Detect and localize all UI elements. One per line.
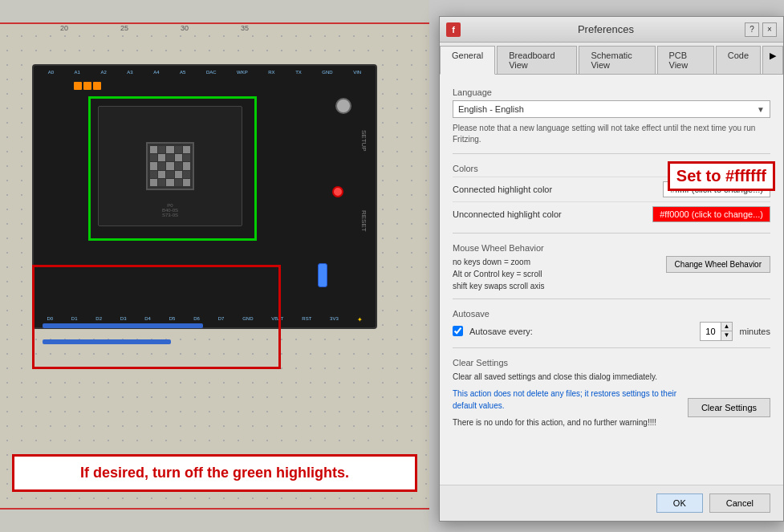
spinner-arrows: ▲ ▼ — [721, 323, 733, 340]
dialog-titlebar: f Preferences ? × — [440, 17, 783, 43]
clear-settings-texts: This action does not delete any files; i… — [453, 388, 680, 428]
wheel-section: no keys down = zoom Alt or Control key =… — [453, 256, 770, 292]
main-container: 20 25 30 35 A0 A1 A2 A3 A4 A5 DAC WKP RX… — [0, 0, 784, 532]
clear-settings-label: Clear Settings — [453, 358, 770, 368]
divider-1 — [453, 153, 770, 154]
divider-2 — [453, 233, 770, 234]
close-button[interactable]: × — [762, 22, 777, 37]
dropdown-arrow-icon: ▼ — [757, 105, 765, 114]
connected-color-label: Connected highlight color — [453, 185, 663, 194]
autosave-checkbox[interactable] — [453, 326, 463, 336]
green-chip-highlight — [88, 96, 257, 241]
cancel-button[interactable]: Cancel — [709, 493, 770, 513]
tab-schematic[interactable]: Schematic View — [579, 46, 655, 74]
minutes-label: minutes — [739, 327, 770, 336]
tabs-row: General Breadboard View Schematic View P… — [440, 43, 783, 75]
ok-button[interactable]: OK — [656, 493, 703, 513]
tab-more[interactable]: ▶ — [762, 46, 783, 74]
annotation-box: If desired, turn off the green highlight… — [12, 454, 417, 492]
fritzing-logo: f — [446, 22, 461, 37]
clear-settings-button[interactable]: Clear Settings — [688, 398, 770, 417]
clear-text-warning: There is no undo for this action, and no… — [453, 416, 680, 428]
divider-3 — [453, 298, 770, 299]
orange-pins — [74, 82, 101, 90]
divider-4 — [453, 347, 770, 348]
titlebar-buttons: ? × — [745, 22, 777, 37]
autosave-value[interactable]: 10 — [701, 325, 720, 338]
tab-general[interactable]: General — [440, 46, 495, 75]
breadboard-bottom-strip — [0, 508, 429, 532]
autosave-checkbox-label: Autosave every: — [469, 327, 693, 336]
column-numbers: 20 25 30 35 — [16, 24, 429, 36]
dialog-title: Preferences — [467, 23, 745, 35]
dialog-footer: OK Cancel — [440, 485, 783, 521]
clear-text-blue: This action does not delete any files; i… — [453, 388, 680, 412]
spinner-down[interactable]: ▼ — [721, 331, 733, 339]
breadboard-top-strip — [0, 0, 429, 24]
mouse-wheel-label: Mouse Wheel Behavior — [453, 243, 770, 253]
language-label: Language — [453, 87, 770, 97]
clear-settings-row: This action does not delete any files; i… — [453, 388, 770, 428]
set-to-annotation: Set to #ffffff — [668, 161, 775, 191]
language-dropdown[interactable]: English - English ▼ — [453, 100, 770, 118]
unconnected-color-label: Unconnected highlight color — [453, 209, 652, 219]
spinner-up[interactable]: ▲ — [721, 323, 733, 331]
language-note: Please note that a new language setting … — [453, 123, 770, 145]
unconnected-color-row: Unconnected highlight color #ff0000 (cli… — [453, 201, 770, 226]
red-selection-box — [32, 265, 281, 369]
unconnected-color-value[interactable]: #ff0000 (click to change...) — [652, 206, 770, 222]
autosave-spinner: 10 ▲ ▼ — [700, 322, 733, 341]
annotation-text: If desired, turn off the green highlight… — [80, 465, 349, 481]
set-to-text: Set to #ffffff — [676, 167, 766, 185]
breadboard-area: 20 25 30 35 A0 A1 A2 A3 A4 A5 DAC WKP RX… — [0, 0, 429, 532]
autosave-row: Autosave every: 10 ▲ ▼ minutes — [453, 322, 770, 341]
autosave-label: Autosave — [453, 309, 770, 319]
clear-settings-desc: Clear all saved settings and close this … — [453, 371, 770, 383]
tab-pcb[interactable]: PCB View — [657, 46, 714, 74]
wheel-text: no keys down = zoom Alt or Control key =… — [453, 256, 658, 292]
preferences-dialog: f Preferences ? × General Breadboard Vie… — [439, 16, 784, 522]
tab-code[interactable]: Code — [716, 46, 761, 74]
dialog-content: Language English - English ▼ Please note… — [440, 75, 783, 485]
help-button[interactable]: ? — [745, 22, 759, 37]
language-value: English - English — [458, 104, 757, 114]
change-wheel-button[interactable]: Change Wheel Behavior — [666, 256, 770, 273]
tab-breadboard[interactable]: Breadboard View — [497, 46, 577, 74]
